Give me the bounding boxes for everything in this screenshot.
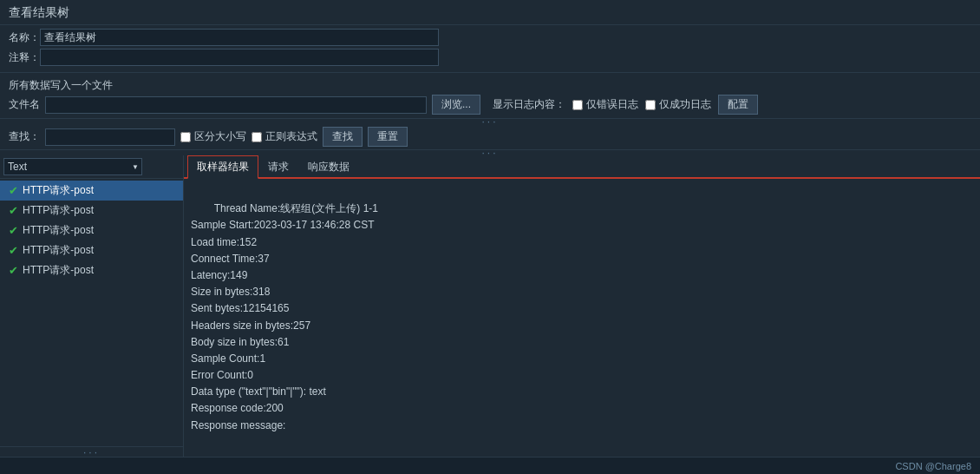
name-row: 名称： <box>9 29 971 46</box>
tabs-bar: 取样器结果 请求 响应数据 <box>184 155 980 179</box>
error-log-checkbox-row: 仅错误日志 <box>572 97 638 112</box>
regex-label: 正则表达式 <box>265 129 317 144</box>
tree-item-label-5: HTTP请求-post <box>23 263 94 278</box>
config-button[interactable]: 配置 <box>718 95 758 115</box>
tree-item-3[interactable]: ✔ HTTP请求-post <box>0 221 183 240</box>
error-log-checkbox[interactable] <box>572 100 583 110</box>
tree-item-label-3: HTTP请求-post <box>23 223 94 238</box>
left-panel: Text HTML XML JSON ✔ HTTP请求-post ✔ HTTP请… <box>0 155 184 457</box>
comment-label: 注释： <box>9 50 40 65</box>
comment-row: 注释： <box>9 49 971 66</box>
file-section: 所有数据写入一个文件 文件名 浏览... 显示日志内容： 仅错误日志 仅成功日志… <box>0 73 980 119</box>
tree-item-label-4: HTTP请求-post <box>23 243 94 258</box>
case-sensitive-checkbox[interactable] <box>180 132 191 142</box>
result-content: Thread Name:线程组(文件上传) 1-1 Sample Start:2… <box>184 179 980 457</box>
tree-item-label-1: HTTP请求-post <box>23 183 94 198</box>
log-display-label: 显示日志内容： <box>493 97 565 112</box>
dropdown-row: Text HTML XML JSON <box>0 155 183 179</box>
result-text: Thread Name:线程组(文件上传) 1-1 Sample Start:2… <box>191 202 391 457</box>
browse-button[interactable]: 浏览... <box>432 95 480 115</box>
handle-dots: ··· <box>83 446 100 458</box>
tab-response[interactable]: 响应数据 <box>298 155 359 179</box>
comment-input[interactable] <box>40 49 439 66</box>
main-window: 查看结果树 名称： 注释： 所有数据写入一个文件 文件名 浏览... 显示日志内… <box>0 0 980 474</box>
shield-icon-4: ✔ <box>7 245 19 257</box>
tree-list: ✔ HTTP请求-post ✔ HTTP请求-post ✔ HTTP请求-pos… <box>0 179 183 446</box>
shield-icon-3: ✔ <box>7 225 19 237</box>
note-text: 所有数据写入一个文件 <box>9 76 971 95</box>
tree-item-4[interactable]: ✔ HTTP请求-post <box>0 240 183 260</box>
tree-item-5[interactable]: ✔ HTTP请求-post <box>0 260 183 280</box>
find-button[interactable]: 查找 <box>323 127 363 147</box>
tree-item-label-2: HTTP请求-post <box>23 203 94 218</box>
window-title: 查看结果树 <box>9 5 971 21</box>
shield-icon-1: ✔ <box>7 185 19 197</box>
shield-icon-5: ✔ <box>7 265 19 277</box>
case-sensitive-label: 区分大小写 <box>194 129 246 144</box>
tab-sampler-result[interactable]: 取样器结果 <box>187 155 258 179</box>
reset-button[interactable]: 重置 <box>368 127 408 147</box>
left-bottom-handle[interactable]: ··· <box>0 446 183 457</box>
name-input[interactable] <box>40 29 439 46</box>
title-bar: 查看结果树 <box>0 0 980 25</box>
log-options: 显示日志内容： 仅错误日志 仅成功日志 配置 <box>493 95 758 115</box>
tree-item-1[interactable]: ✔ HTTP请求-post <box>0 181 183 201</box>
content-area: Text HTML XML JSON ✔ HTTP请求-post ✔ HTTP请… <box>0 155 980 457</box>
filename-label: 文件名 <box>9 97 40 112</box>
error-log-label: 仅错误日志 <box>586 97 638 112</box>
success-log-label: 仅成功日志 <box>659 97 711 112</box>
tab-request[interactable]: 请求 <box>258 155 298 179</box>
tab-request-label: 请求 <box>268 161 289 173</box>
view-dropdown[interactable]: Text HTML XML JSON <box>3 158 142 175</box>
right-panel: 取样器结果 请求 响应数据 Thread Name:线程组(文件上传) 1-1 … <box>184 155 980 457</box>
file-row: 文件名 浏览... 显示日志内容： 仅错误日志 仅成功日志 配置 <box>9 95 971 115</box>
form-section: 名称： 注释： <box>0 25 980 73</box>
regex-checkbox[interactable] <box>252 132 262 142</box>
regex-row: 正则表达式 <box>252 129 317 144</box>
success-log-checkbox[interactable] <box>645 100 656 110</box>
name-label: 名称： <box>9 30 40 45</box>
tab-sampler-label: 取样器结果 <box>197 161 249 173</box>
case-sensitive-row: 区分大小写 <box>180 129 246 144</box>
watermark-text: CSDN @Charge8 <box>895 461 971 471</box>
filename-input[interactable] <box>45 96 427 114</box>
search-input[interactable] <box>45 128 175 146</box>
bottom-bar: CSDN @Charge8 <box>0 457 980 474</box>
tab-response-label: 响应数据 <box>308 161 350 173</box>
text-dropdown-wrapper: Text HTML XML JSON <box>3 158 142 175</box>
search-label: 查找： <box>9 129 40 144</box>
success-log-checkbox-row: 仅成功日志 <box>645 97 711 112</box>
tree-item-2[interactable]: ✔ HTTP请求-post <box>0 201 183 221</box>
shield-icon-2: ✔ <box>7 205 19 217</box>
